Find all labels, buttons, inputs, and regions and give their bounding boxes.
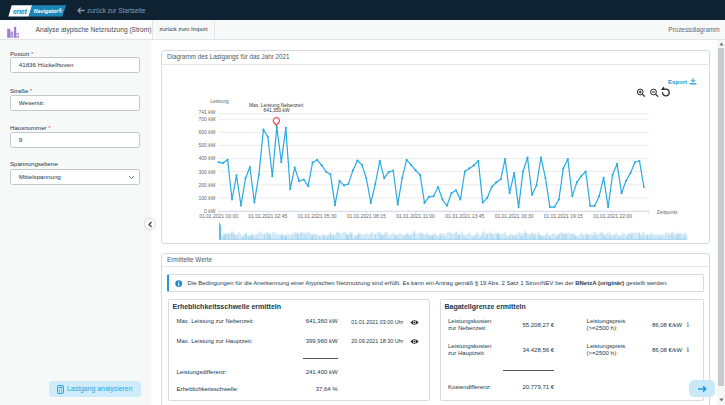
svg-text:01.01.2021 08:15: 01.01.2021 08:15	[347, 213, 386, 219]
svg-text:400 kW: 400 kW	[199, 155, 216, 161]
svg-text:01.01.2021 02:45: 01.01.2021 02:45	[248, 213, 287, 219]
svg-text:500 kW: 500 kW	[199, 142, 216, 148]
svg-text:700 kW: 700 kW	[199, 116, 216, 122]
svg-text:Leistung: Leistung	[210, 99, 229, 104]
svg-text:300 kW: 300 kW	[199, 169, 216, 175]
svg-text:01.01.2021 19:15: 01.01.2021 19:15	[544, 213, 583, 219]
svg-text:01.01.2021 22:00: 01.01.2021 22:00	[593, 213, 632, 219]
svg-text:200 kW: 200 kW	[199, 182, 216, 188]
svg-text:01.01.2021 13:45: 01.01.2021 13:45	[445, 213, 484, 219]
svg-text:01.01.2021 11:00: 01.01.2021 11:00	[396, 213, 435, 219]
svg-text:600 kW: 600 kW	[199, 129, 216, 135]
svg-text:enet: enet	[13, 7, 27, 16]
svg-text:Zeitpunkt: Zeitpunkt	[657, 209, 678, 215]
svg-text:Export: Export	[668, 79, 687, 85]
svg-text:641,350 kW: 641,350 kW	[263, 108, 289, 113]
svg-text:741 kW: 741 kW	[199, 109, 216, 115]
svg-text:Navigator®: Navigator®	[34, 8, 62, 14]
svg-text:100 kW: 100 kW	[199, 195, 216, 201]
svg-text:01.01.2021 16:30: 01.01.2021 16:30	[495, 213, 534, 219]
svg-text:01.01.2021 05:30: 01.01.2021 05:30	[298, 213, 337, 219]
svg-text:01.01.2021 00:00: 01.01.2021 00:00	[199, 213, 238, 219]
svg-text:Max. Leistung Nebenzeit:: Max. Leistung Nebenzeit:	[249, 103, 304, 108]
